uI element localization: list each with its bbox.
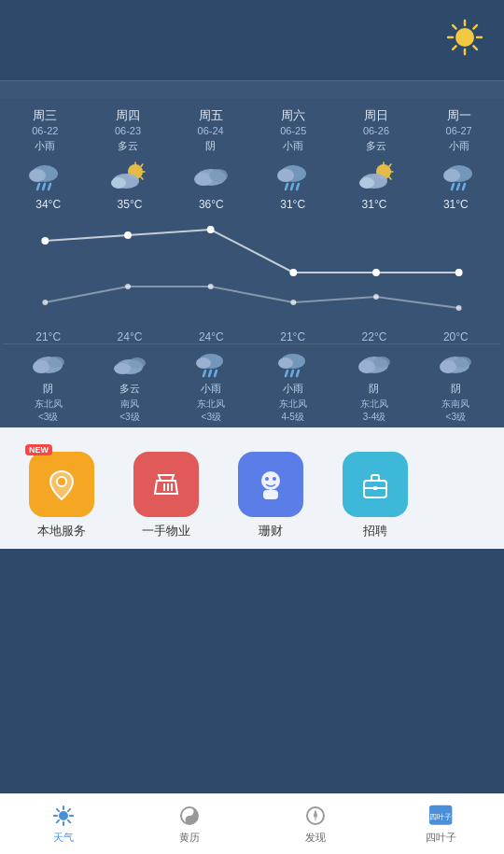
night-column: 阴 东北风<3级 xyxy=(11,350,86,424)
nav-label: 发现 xyxy=(305,831,326,845)
wind-info: 东北风3-4级 xyxy=(360,398,388,424)
multi-day-title xyxy=(0,80,504,98)
day-column: 周六 06-25 小雨 xyxy=(256,107,330,196)
daily-weather-section: 周三 06-22 小雨 周四 06-23 多云 周五 06-24 阴 周六 06… xyxy=(0,98,504,427)
night-weather-icon xyxy=(194,350,228,380)
low-temp-label: 21°C xyxy=(256,330,330,343)
low-temp-label: 22°C xyxy=(337,330,412,343)
day-weather-icon xyxy=(357,161,395,192)
high-temp-labels: 34°C35°C36°C31°C31°C31°C xyxy=(4,196,500,211)
svg-point-81 xyxy=(265,477,269,481)
nav-icon xyxy=(51,804,76,828)
service-item[interactable]: 招聘 xyxy=(329,452,422,539)
nav-item-黄历[interactable]: 黄历 xyxy=(126,804,252,845)
svg-point-37 xyxy=(443,169,460,182)
nav-item-发现[interactable]: 发现 xyxy=(252,804,378,845)
wind-info: 东北风<3级 xyxy=(197,398,225,424)
day-weather-desc: 阴 xyxy=(205,139,216,153)
svg-line-27 xyxy=(291,184,293,189)
svg-line-68 xyxy=(297,371,299,376)
svg-point-51 xyxy=(373,294,379,300)
day-weather-icon xyxy=(274,161,312,192)
service-item[interactable]: 珊财 xyxy=(224,452,317,539)
svg-line-94 xyxy=(67,809,69,811)
svg-point-41 xyxy=(41,237,49,245)
night-desc: 小雨 xyxy=(201,382,221,396)
svg-line-28 xyxy=(297,184,299,189)
high-temp-label: 31°C xyxy=(256,198,330,211)
svg-line-92 xyxy=(56,809,58,811)
svg-line-18 xyxy=(141,177,143,179)
svg-point-35 xyxy=(359,177,374,189)
day-name: 周五 xyxy=(199,107,223,124)
svg-point-65 xyxy=(278,357,293,369)
day-date: 06-23 xyxy=(115,125,141,136)
nav-icon xyxy=(303,804,328,828)
day-column: 周一 06-27 小雨 xyxy=(422,107,497,196)
service-icon xyxy=(238,452,303,517)
svg-line-31 xyxy=(389,164,391,166)
nav-item-四叶子[interactable]: 四叶子 四叶子 xyxy=(378,804,504,845)
svg-point-10 xyxy=(29,169,46,182)
svg-point-45 xyxy=(372,269,380,276)
service-item[interactable]: 一手物业 xyxy=(119,452,213,539)
day-weather-icon xyxy=(441,161,478,192)
high-temp-label: 35°C xyxy=(92,198,167,211)
svg-point-58 xyxy=(129,357,146,369)
night-desc: 多云 xyxy=(119,382,140,396)
svg-point-23 xyxy=(209,169,228,182)
svg-line-38 xyxy=(452,184,454,189)
svg-point-50 xyxy=(290,300,296,305)
wind-info: 东南风<3级 xyxy=(441,398,469,424)
day-name: 周六 xyxy=(281,107,305,124)
nav-item-天气[interactable]: 天气 xyxy=(0,804,126,845)
svg-point-73 xyxy=(440,360,456,373)
svg-point-55 xyxy=(48,357,64,368)
svg-point-76 xyxy=(58,478,65,485)
svg-point-52 xyxy=(456,305,462,311)
svg-point-43 xyxy=(207,226,215,233)
wind-info: 南风<3级 xyxy=(119,398,139,424)
services-section: NEW 本地服务 一手物业 珊财 招聘 xyxy=(0,427,504,549)
night-column: 阴 东南风<3级 xyxy=(418,350,493,424)
day-column: 周日 06-26 多云 xyxy=(339,107,413,196)
svg-line-11 xyxy=(37,184,39,189)
svg-line-13 xyxy=(49,184,50,189)
day-name: 周一 xyxy=(447,107,471,124)
day-name: 周三 xyxy=(33,107,57,124)
svg-line-26 xyxy=(286,184,287,189)
low-temp-labels: 21°C24°C24°C21°C22°C20°C xyxy=(4,330,500,343)
day-headers: 周三 06-22 小雨 周四 06-23 多云 周五 06-24 阴 周六 06… xyxy=(4,107,500,196)
svg-point-87 xyxy=(59,811,68,820)
service-label: 珊财 xyxy=(259,523,283,539)
svg-line-93 xyxy=(67,820,69,822)
nav-label: 四叶子 xyxy=(426,831,456,845)
day-date: 06-27 xyxy=(446,125,472,136)
day-column: 周五 06-24 阴 xyxy=(174,107,248,196)
svg-point-47 xyxy=(42,300,48,305)
low-temp-label: 20°C xyxy=(418,330,493,343)
svg-point-60 xyxy=(196,357,211,369)
svg-line-7 xyxy=(473,25,477,29)
night-weather-icon xyxy=(276,350,310,380)
night-column: 小雨 东北风4-5级 xyxy=(256,350,330,424)
service-icon: NEW xyxy=(29,452,94,517)
night-desc: 阴 xyxy=(451,382,461,396)
svg-point-80 xyxy=(261,471,280,490)
svg-line-6 xyxy=(473,46,477,49)
service-label: 本地服务 xyxy=(37,523,86,539)
svg-line-5 xyxy=(453,25,456,29)
svg-line-67 xyxy=(291,371,293,376)
svg-line-61 xyxy=(203,371,205,376)
svg-line-62 xyxy=(209,371,211,376)
low-temp-label: 24°C xyxy=(174,330,248,343)
svg-point-82 xyxy=(273,477,276,481)
svg-point-98 xyxy=(188,819,190,821)
svg-point-49 xyxy=(208,284,214,289)
svg-line-8 xyxy=(453,46,456,49)
day-weather-desc: 小雨 xyxy=(35,139,55,153)
service-item[interactable]: NEW 本地服务 xyxy=(15,452,108,539)
day-column: 周四 06-23 多云 xyxy=(91,107,165,196)
night-desc: 阴 xyxy=(369,382,379,396)
sun-icon xyxy=(444,17,485,62)
